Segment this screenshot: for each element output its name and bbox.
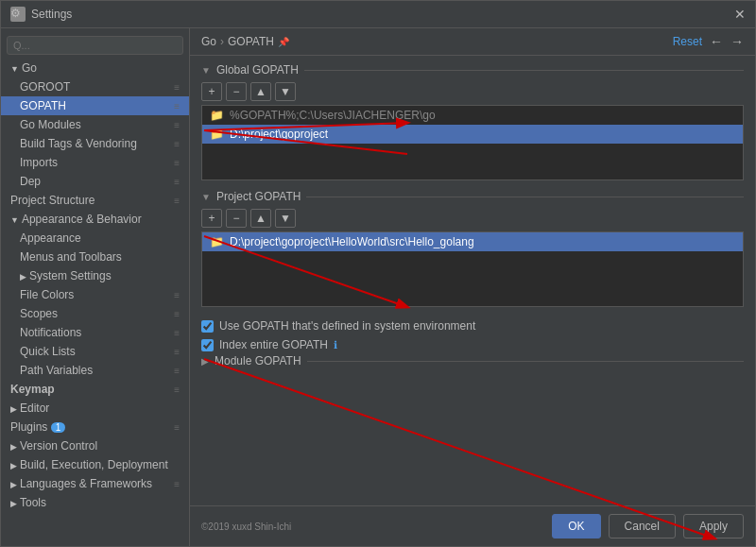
global-path-item-1[interactable]: 📁 %GOPATH%;C:\Users\JIACHENGER\go xyxy=(202,106,743,125)
folder-icon: 📁 xyxy=(210,109,224,122)
sidebar-item-goroot[interactable]: GOROOT ≡ xyxy=(1,77,189,96)
move-down-global-gopath-button[interactable]: ▼ xyxy=(275,82,296,101)
menu-icon: ≡ xyxy=(174,309,180,319)
section-chevron-module[interactable]: ▶ xyxy=(201,356,209,367)
module-gopath-section-header: ▶ Module GOPATH xyxy=(201,354,744,368)
sidebar-item-plugins[interactable]: Plugins 1 ≡ xyxy=(1,418,189,436)
folder-icon-2: 📁 xyxy=(210,128,224,141)
sidebar-item-go[interactable]: ▼Go xyxy=(1,59,189,77)
menu-icon: ≡ xyxy=(174,479,180,489)
sidebar-item-path-variables[interactable]: Path Variables ≡ xyxy=(1,361,189,380)
global-path-value-2: D:\project\goproject xyxy=(230,128,328,141)
use-gopath-label: Use GOPATH that's defined in system envi… xyxy=(219,319,475,333)
sidebar-item-notifications[interactable]: Notifications ≡ xyxy=(1,323,189,342)
section-line-2 xyxy=(306,197,744,197)
move-up-global-gopath-button[interactable]: ▲ xyxy=(250,82,271,101)
back-arrow[interactable]: ← xyxy=(710,34,723,49)
menu-icon: ≡ xyxy=(174,120,180,130)
ok-button[interactable]: OK xyxy=(552,514,600,538)
move-down-project-gopath-button[interactable]: ▼ xyxy=(275,209,296,228)
sidebar-item-quick-lists[interactable]: Quick Lists ≡ xyxy=(1,342,189,361)
main-header: Go › GOPATH 📌 Reset ← → xyxy=(190,28,755,56)
menu-icon: ≡ xyxy=(174,82,180,93)
sidebar-item-system-settings[interactable]: ▶System Settings xyxy=(1,266,189,285)
sidebar-item-imports[interactable]: Imports ≡ xyxy=(1,153,189,172)
global-gopath-list: 📁 %GOPATH%;C:\Users\JIACHENGER\go 📁 D:\p… xyxy=(201,105,744,180)
cancel-button[interactable]: Cancel xyxy=(609,514,676,538)
sidebar-item-version-control[interactable]: ▶Version Control xyxy=(1,436,189,455)
move-up-project-gopath-button[interactable]: ▲ xyxy=(250,209,271,228)
module-gopath-label: Module GOPATH xyxy=(215,354,301,368)
menu-icon: ≡ xyxy=(174,196,180,206)
project-path-value-1: D:\project\goproject\HelloWorld\src\Hell… xyxy=(230,235,474,248)
add-project-gopath-button[interactable]: + xyxy=(201,209,222,228)
remove-global-gopath-button[interactable]: − xyxy=(226,82,247,101)
menu-icon: ≡ xyxy=(174,101,180,111)
title-bar: ⚙ Settings xyxy=(10,7,72,22)
menu-icon: ≡ xyxy=(174,366,180,376)
sidebar: ▼Go GOROOT ≡ GOPATH ≡ Go Modules ≡ Build… xyxy=(1,28,190,546)
use-gopath-checkbox[interactable] xyxy=(201,320,214,333)
global-path-value-1: %GOPATH%;C:\Users\JIACHENGER\go xyxy=(230,109,436,122)
menu-icon: ≡ xyxy=(174,158,180,168)
search-box xyxy=(1,32,189,59)
sidebar-item-editor[interactable]: ▶Editor xyxy=(1,399,189,418)
sidebar-item-file-colors[interactable]: File Colors ≡ xyxy=(1,285,189,304)
sidebar-item-menus-toolbars[interactable]: Menus and Toolbars xyxy=(1,248,189,266)
remove-project-gopath-button[interactable]: − xyxy=(226,209,247,228)
global-gopath-label: Global GOPATH xyxy=(216,63,299,77)
project-path-item-1[interactable]: 📁 D:\project\goproject\HelloWorld\src\He… xyxy=(202,232,743,251)
project-gopath-label: Project GOPATH xyxy=(216,190,301,203)
section-line xyxy=(304,70,744,71)
sidebar-item-scopes[interactable]: Scopes ≡ xyxy=(1,304,189,323)
sidebar-item-keymap[interactable]: Keymap ≡ xyxy=(1,380,189,399)
info-icon[interactable]: ℹ xyxy=(334,339,337,351)
main-content: ▼ Global GOPATH + − ▲ ▼ 📁 xyxy=(190,56,755,505)
sidebar-item-appearance-behavior[interactable]: ▼Appearance & Behavior xyxy=(1,210,189,229)
index-gopath-checkbox-row: Index entire GOPATH ℹ xyxy=(201,335,744,354)
breadcrumb-separator: › xyxy=(220,35,224,48)
sidebar-item-appearance[interactable]: Appearance xyxy=(1,229,189,248)
window-title: Settings xyxy=(31,8,72,21)
sidebar-item-gopath[interactable]: GOPATH ≡ xyxy=(1,96,189,115)
project-gopath-toolbar: + − ▲ ▼ xyxy=(201,209,744,228)
menu-icon: ≡ xyxy=(174,422,180,433)
breadcrumb: Go › GOPATH 📌 xyxy=(201,35,289,48)
close-button[interactable]: ✕ xyxy=(734,7,746,22)
pin-icon: 📌 xyxy=(278,37,289,47)
use-gopath-checkbox-row: Use GOPATH that's defined in system envi… xyxy=(201,316,744,335)
project-gopath-list: 📁 D:\project\goproject\HelloWorld\src\He… xyxy=(201,231,744,307)
forward-arrow[interactable]: → xyxy=(730,34,744,49)
menu-icon: ≡ xyxy=(174,347,180,357)
section-chevron-project[interactable]: ▼ xyxy=(201,192,211,202)
settings-icon: ⚙ xyxy=(10,7,26,22)
menu-icon: ≡ xyxy=(174,328,180,338)
project-gopath-section-header: ▼ Project GOPATH xyxy=(201,190,744,203)
sidebar-item-project-structure[interactable]: Project Structure ≡ xyxy=(1,191,189,210)
menu-icon: ≡ xyxy=(174,177,180,187)
breadcrumb-parent: Go xyxy=(201,35,216,48)
search-input[interactable] xyxy=(7,36,183,55)
sidebar-item-languages-frameworks[interactable]: ▶Languages & Frameworks ≡ xyxy=(1,474,189,493)
sidebar-item-go-modules[interactable]: Go Modules ≡ xyxy=(1,115,189,134)
breadcrumb-child: GOPATH xyxy=(228,35,274,48)
index-gopath-checkbox[interactable] xyxy=(201,339,214,351)
global-gopath-section-header: ▼ Global GOPATH xyxy=(201,63,744,77)
apply-button[interactable]: Apply xyxy=(683,514,744,538)
global-path-item-2[interactable]: 📁 D:\project\goproject xyxy=(202,125,743,144)
sidebar-item-build-execution[interactable]: ▶Build, Execution, Deployment xyxy=(1,455,189,474)
sidebar-item-tools[interactable]: ▶Tools xyxy=(1,493,189,512)
add-global-gopath-button[interactable]: + xyxy=(201,82,222,101)
menu-icon: ≡ xyxy=(174,139,180,149)
index-gopath-label: Index entire GOPATH xyxy=(219,338,328,351)
global-gopath-toolbar: + − ▲ ▼ xyxy=(201,82,744,101)
reset-button[interactable]: Reset xyxy=(673,35,702,48)
sidebar-item-dep[interactable]: Dep ≡ xyxy=(1,172,189,191)
menu-icon: ≡ xyxy=(174,385,180,395)
folder-icon-3: 📁 xyxy=(210,235,224,248)
main-panel: Go › GOPATH 📌 Reset ← → ▼ xyxy=(190,28,755,546)
sidebar-item-build-tags[interactable]: Build Tags & Vendoring ≡ xyxy=(1,134,189,153)
watermark: ©2019 xuxd Shin-Ichi xyxy=(201,521,291,532)
bottom-bar: ©2019 xuxd Shin-Ichi OK Cancel Apply xyxy=(190,505,755,546)
section-chevron-global[interactable]: ▼ xyxy=(201,65,211,76)
